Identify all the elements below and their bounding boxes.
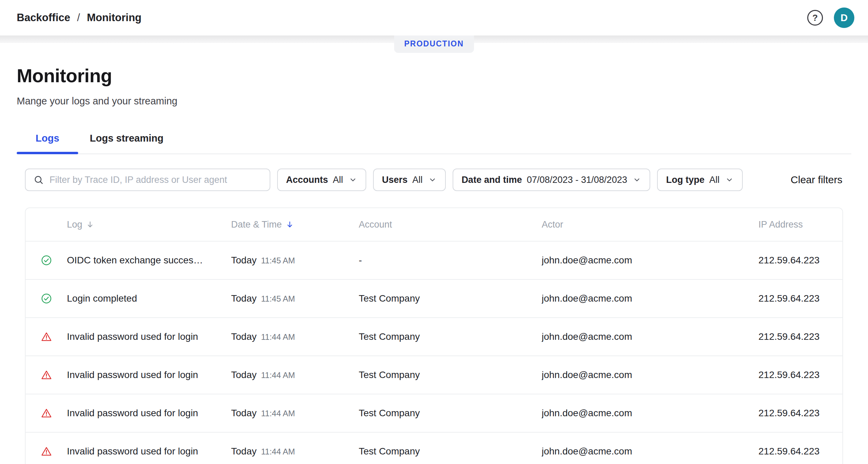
log-status-cell	[26, 255, 67, 266]
log-message: OIDC token exchange succes…	[67, 241, 231, 279]
column-header-date-time-label: Date & Time	[231, 219, 282, 230]
chevron-down-icon	[428, 175, 437, 184]
column-header-account: Account	[359, 219, 542, 230]
log-ip: 212.59.64.223	[758, 255, 842, 266]
log-date-cell: Today 11:44 AM	[231, 446, 359, 457]
log-ip: 212.59.64.223	[758, 408, 842, 419]
main-content: Monitoring Mange your logs and your stre…	[0, 65, 868, 464]
search-box	[25, 169, 270, 191]
log-ip: 212.59.64.223	[758, 331, 842, 342]
accounts-filter[interactable]: Accounts All	[277, 169, 366, 191]
log-date: Today	[231, 331, 257, 342]
log-status-cell	[26, 331, 67, 343]
log-status-cell	[26, 293, 67, 304]
log-time: 11:44 AM	[261, 447, 295, 456]
warning-triangle-icon	[41, 407, 52, 419]
log-row[interactable]: Invalid password used for login Today 11…	[26, 394, 842, 432]
log-ip: 212.59.64.223	[758, 369, 842, 380]
date-range-filter-value: 07/08/2023 - 31/08/2023	[527, 175, 627, 185]
warning-triangle-icon	[41, 369, 52, 381]
users-filter-label: Users	[382, 175, 408, 185]
sort-desc-active-icon	[285, 220, 294, 229]
log-account: Test Company	[359, 369, 542, 380]
log-account: -	[359, 255, 542, 266]
chevron-down-icon	[632, 175, 641, 184]
help-button[interactable]: ?	[807, 10, 823, 26]
log-row[interactable]: Invalid password used for login Today 11…	[26, 356, 842, 394]
breadcrumb: Backoffice / Monitoring	[17, 12, 142, 24]
log-time: 11:44 AM	[261, 332, 295, 342]
log-account: Test Company	[359, 408, 542, 419]
log-date-cell: Today 11:44 AM	[231, 408, 359, 419]
tab-logs-streaming[interactable]: Logs streaming	[90, 133, 163, 154]
log-type-filter[interactable]: Log type All	[657, 169, 743, 191]
log-account: Test Company	[359, 331, 542, 342]
log-date-cell: Today 11:45 AM	[231, 293, 359, 304]
log-status-cell	[26, 446, 67, 457]
log-message: Login completed	[67, 279, 231, 318]
warning-triangle-icon	[41, 331, 52, 343]
log-time: 11:45 AM	[261, 256, 295, 265]
log-time: 11:45 AM	[261, 294, 295, 304]
log-status-cell	[26, 369, 67, 381]
accounts-filter-value: All	[333, 175, 343, 185]
top-bar: Backoffice / Monitoring ? D	[0, 0, 868, 35]
log-message: Invalid password used for login	[67, 394, 231, 432]
search-icon	[33, 174, 44, 185]
avatar[interactable]: D	[834, 8, 854, 28]
log-date: Today	[231, 446, 257, 457]
log-actor: john.doe@acme.com	[542, 331, 758, 342]
log-message: Invalid password used for login	[67, 356, 231, 394]
log-type-filter-value: All	[709, 175, 720, 185]
question-mark-icon: ?	[812, 13, 818, 23]
log-actor: john.doe@acme.com	[542, 408, 758, 419]
log-date-cell: Today 11:44 AM	[231, 331, 359, 342]
page-title: Monitoring	[17, 65, 851, 87]
log-row[interactable]: OIDC token exchange succes… Today 11:45 …	[26, 241, 842, 279]
environment-badge: PRODUCTION	[394, 35, 474, 53]
log-date: Today	[231, 369, 257, 380]
success-check-icon	[41, 255, 52, 266]
column-header-log-label: Log	[67, 219, 82, 230]
log-actor: john.doe@acme.com	[542, 255, 758, 266]
logs-table-header: Log Date & Time Account Actor IP Address	[26, 208, 842, 241]
top-bar-actions: ? D	[807, 8, 854, 28]
log-row[interactable]: Invalid password used for login Today 11…	[26, 432, 842, 464]
log-type-filter-label: Log type	[666, 175, 705, 185]
breadcrumb-item-monitoring: Monitoring	[87, 12, 141, 24]
warning-triangle-icon	[41, 446, 52, 457]
chevron-down-icon	[725, 175, 734, 184]
log-message: Invalid password used for login	[67, 432, 231, 464]
users-filter-value: All	[412, 175, 423, 185]
log-date: Today	[231, 293, 257, 304]
logs-table: Log Date & Time Account Actor IP Address…	[25, 207, 843, 464]
filters-bar: Accounts All Users All Date and time 07/…	[25, 169, 843, 191]
log-account: Test Company	[359, 446, 542, 457]
log-row[interactable]: Invalid password used for login Today 11…	[26, 317, 842, 356]
column-header-log[interactable]: Log	[67, 219, 231, 230]
breadcrumb-item-backoffice[interactable]: Backoffice	[17, 12, 70, 24]
clear-filters-button[interactable]: Clear filters	[790, 174, 843, 186]
sort-desc-icon	[86, 220, 95, 229]
log-status-cell	[26, 407, 67, 419]
log-ip: 212.59.64.223	[758, 293, 842, 304]
log-date: Today	[231, 255, 257, 266]
column-header-actor: Actor	[542, 219, 758, 230]
log-date-cell: Today 11:45 AM	[231, 255, 359, 266]
users-filter[interactable]: Users All	[373, 169, 446, 191]
log-actor: john.doe@acme.com	[542, 293, 758, 304]
column-header-ip: IP Address	[758, 219, 842, 230]
accounts-filter-label: Accounts	[286, 175, 328, 185]
page-subtitle: Mange your logs and your streaming	[17, 96, 851, 107]
tab-logs[interactable]: Logs	[17, 133, 78, 154]
date-range-filter[interactable]: Date and time 07/08/2023 - 31/08/2023	[453, 169, 650, 191]
chevron-down-icon	[348, 175, 357, 184]
log-row[interactable]: Login completed Today 11:45 AM Test Comp…	[26, 279, 842, 317]
log-date: Today	[231, 408, 257, 419]
avatar-initial: D	[841, 12, 848, 24]
column-header-date-time[interactable]: Date & Time	[231, 219, 359, 230]
log-date-cell: Today 11:44 AM	[231, 369, 359, 380]
search-input[interactable]	[49, 175, 262, 185]
log-account: Test Company	[359, 293, 542, 304]
date-range-filter-label: Date and time	[461, 175, 522, 185]
